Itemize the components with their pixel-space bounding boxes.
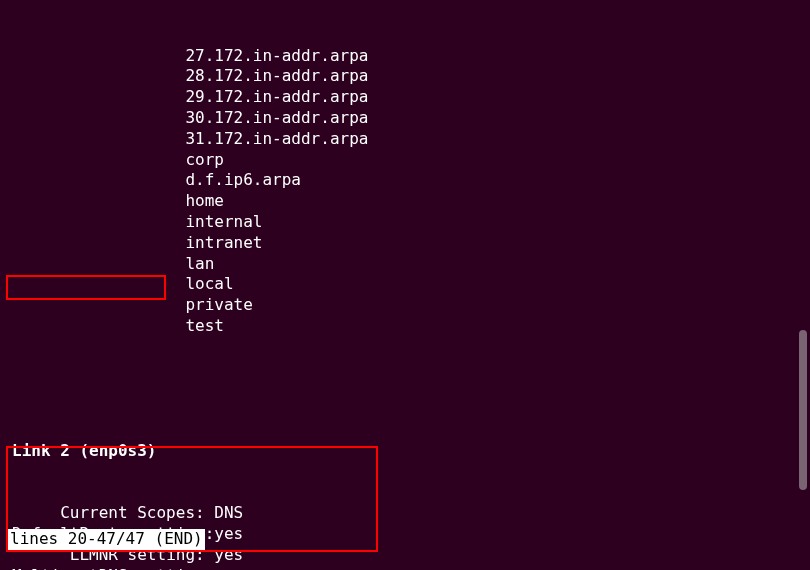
domain-entry: 30.172.in-addr.arpa	[12, 108, 798, 129]
setting-row: Current Scopes:DNS	[12, 503, 798, 524]
domain-entry: home	[12, 191, 798, 212]
setting-row: MulticastDNS setting:no	[12, 566, 798, 570]
setting-label: MulticastDNS setting:	[12, 566, 214, 570]
domain-entry: test	[12, 316, 798, 337]
setting-value: yes	[214, 545, 243, 566]
domain-entry: private	[12, 295, 798, 316]
setting-value: yes	[214, 524, 243, 545]
scrollbar-thumb[interactable]	[799, 330, 807, 490]
link-header: Link 2 (enp0s3)	[12, 441, 798, 462]
domain-entry: 28.172.in-addr.arpa	[12, 66, 798, 87]
domains-list: 27.172.in-addr.arpa28.172.in-addr.arpa29…	[12, 46, 798, 337]
setting-label: Current Scopes:	[12, 503, 214, 524]
blank-line	[12, 378, 798, 399]
pager-status: lines 20-47/47 (END)	[8, 529, 205, 550]
setting-value: no	[214, 566, 233, 570]
domain-entry: 31.172.in-addr.arpa	[12, 129, 798, 150]
domain-entry: internal	[12, 212, 798, 233]
domain-entry: corp	[12, 150, 798, 171]
domain-entry: 27.172.in-addr.arpa	[12, 46, 798, 67]
domain-entry: intranet	[12, 233, 798, 254]
domain-entry: local	[12, 274, 798, 295]
setting-value: DNS	[214, 503, 243, 524]
domain-entry: lan	[12, 254, 798, 275]
terminal-output[interactable]: 27.172.in-addr.arpa28.172.in-addr.arpa29…	[12, 4, 798, 570]
domain-entry: 29.172.in-addr.arpa	[12, 87, 798, 108]
domain-entry: d.f.ip6.arpa	[12, 170, 798, 191]
